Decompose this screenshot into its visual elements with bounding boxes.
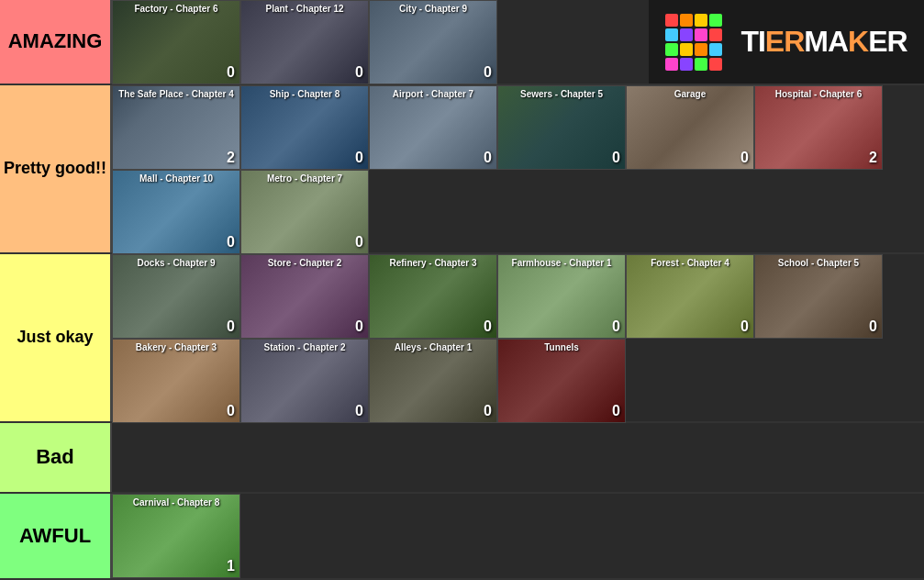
tier-item-docks[interactable]: Docks - Chapter 9 0 [112, 254, 240, 339]
tier-item-store[interactable]: Store - Chapter 2 0 [240, 254, 369, 339]
tier-item-hospital[interactable]: Hospital - Chapter 6 2 [754, 85, 883, 170]
tier-item-garage[interactable]: Garage 0 [626, 85, 754, 170]
logo-grid [665, 14, 722, 71]
tier-content-awful: Carnival - Chapter 8 1 [110, 494, 924, 578]
tier-row-pretty-good: Pretty good!! The Safe Place - Chapter 4… [0, 85, 924, 254]
tier-item-tunnels[interactable]: Tunnels 0 [497, 339, 626, 423]
tier-item-carnival[interactable]: Carnival - Chapter 8 1 [112, 494, 240, 578]
tier-label-just-okay: Just okay [0, 254, 110, 421]
tier-item-sewers[interactable]: Sewers - Chapter 5 0 [497, 85, 626, 170]
tier-item-farmhouse[interactable]: Farmhouse - Chapter 1 0 [497, 254, 626, 339]
tier-item-refinery[interactable]: Refinery - Chapter 3 0 [369, 254, 497, 339]
tier-item-ship[interactable]: Ship - Chapter 8 0 [240, 85, 369, 170]
tier-row-amazing: AMAZING Factory - Chapter 6 0 Plant - Ch… [0, 0, 924, 85]
tier-label-bad: Bad [0, 423, 110, 492]
tier-item-station[interactable]: Station - Chapter 2 0 [240, 339, 369, 423]
tier-item-safeplace[interactable]: The Safe Place - Chapter 4 2 [112, 85, 240, 170]
tier-row-just-okay: Just okay Docks - Chapter 9 0 Store - Ch… [0, 254, 924, 423]
tier-content-bad [110, 423, 924, 492]
tier-item-plant[interactable]: Plant - Chapter 12 0 [240, 0, 369, 84]
tier-row-bad: Bad [0, 423, 924, 494]
tier-row-awful: AWFUL Carnival - Chapter 8 1 [0, 494, 924, 580]
tier-item-alleys[interactable]: Alleys - Chapter 1 0 [369, 339, 497, 423]
tier-content-just-okay: Docks - Chapter 9 0 Store - Chapter 2 0 … [110, 254, 924, 421]
tier-item-mall[interactable]: Mall - Chapter 10 0 [112, 170, 240, 254]
tier-label-awful: AWFUL [0, 494, 110, 578]
tier-content-pretty-good: The Safe Place - Chapter 4 2 Ship - Chap… [110, 85, 924, 252]
tier-content-amazing: Factory - Chapter 6 0 Plant - Chapter 12… [110, 0, 649, 84]
tiermaker-logo-text: TiERMAKER [740, 25, 907, 59]
tier-item-bakery[interactable]: Bakery - Chapter 3 0 [112, 339, 240, 423]
tier-item-metro[interactable]: Metro - Chapter 7 0 [240, 170, 369, 254]
tier-label-amazing: AMAZING [0, 0, 110, 84]
tier-item-school[interactable]: School - Chapter 5 0 [754, 254, 883, 339]
tier-label-pretty-good: Pretty good!! [0, 85, 110, 252]
tier-item-airport[interactable]: Airport - Chapter 7 0 [369, 85, 497, 170]
tier-item-forest[interactable]: Forest - Chapter 4 0 [626, 254, 754, 339]
tiermaker-logo-area: TiERMAKER [649, 0, 924, 84]
tier-item-city[interactable]: City - Chapter 9 0 [369, 0, 497, 84]
tier-list: AMAZING Factory - Chapter 6 0 Plant - Ch… [0, 0, 924, 580]
tier-item-factory[interactable]: Factory - Chapter 6 0 [112, 0, 240, 84]
